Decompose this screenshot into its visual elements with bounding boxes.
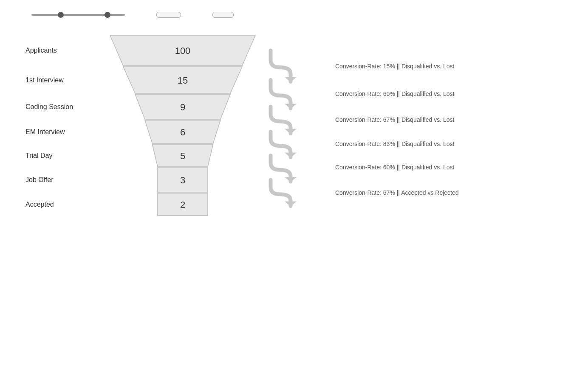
category-badge[interactable] — [156, 12, 181, 18]
funnel-shape-0: 100 — [104, 35, 261, 66]
svg-text:2: 2 — [180, 199, 185, 210]
label-5: Job Offer — [25, 167, 104, 193]
svg-marker-18 — [285, 177, 297, 182]
svg-text:15: 15 — [178, 75, 188, 86]
label-3: EM Interview — [25, 120, 104, 144]
svg-text:6: 6 — [180, 127, 185, 138]
arrows-svg — [267, 35, 301, 216]
slider-dot-right[interactable] — [105, 12, 110, 18]
filter-bar — [0, 0, 588, 22]
slider-dot-left[interactable] — [58, 12, 64, 18]
time-slider[interactable] — [31, 14, 125, 16]
label-2: Coding Session — [25, 94, 104, 120]
svg-marker-15 — [285, 104, 297, 109]
funnel-shape-3: 6 — [104, 120, 261, 144]
funnel-shape-2: 9 — [104, 94, 261, 120]
label-6: Accepted — [25, 193, 104, 216]
funnel-shape-6: 2 — [104, 193, 261, 216]
label-0: Applicants — [25, 35, 104, 66]
position-badge[interactable] — [212, 12, 234, 18]
funnel-shape-5: 3 — [104, 167, 261, 193]
conv-text-5: Conversion-Rate: 67% || Accepted vs Reje… — [335, 189, 459, 196]
position-filter-group — [206, 12, 234, 18]
time-filter-group — [25, 14, 125, 16]
svg-text:100: 100 — [175, 45, 191, 56]
funnel-shape-4: 5 — [104, 144, 261, 167]
conv-text-1: Conversion-Rate: 60% || Disqualified vs.… — [335, 90, 454, 97]
svg-marker-16 — [285, 129, 297, 134]
funnel-shape-1: 15 — [104, 66, 261, 94]
funnel-column: 1001596532 — [104, 35, 261, 216]
svg-marker-17 — [285, 153, 297, 158]
category-filter-group — [150, 12, 181, 18]
svg-text:5: 5 — [180, 151, 185, 161]
svg-marker-14 — [285, 77, 297, 82]
label-1: 1st Interview — [25, 66, 104, 94]
svg-marker-19 — [285, 202, 297, 207]
labels-column: Applicants1st InterviewCoding SessionEM … — [25, 35, 104, 216]
svg-text:3: 3 — [180, 175, 185, 185]
conv-text-4: Conversion-Rate: 60% || Disqualified vs.… — [335, 164, 454, 171]
conv-text-0: Conversion-Rate: 15% || Disqualified vs.… — [335, 63, 454, 70]
svg-text:9: 9 — [180, 102, 185, 112]
funnel-chart: Applicants1st InterviewCoding SessionEM … — [0, 22, 588, 226]
conv-text-2: Conversion-Rate: 67% || Disqualified vs.… — [335, 116, 454, 123]
right-column: Conversion-Rate: 15% || Disqualified vs.… — [261, 35, 588, 218]
conv-text-3: Conversion-Rate: 83% || Disqualified vs.… — [335, 140, 454, 147]
label-4: Trial Day — [25, 144, 104, 167]
